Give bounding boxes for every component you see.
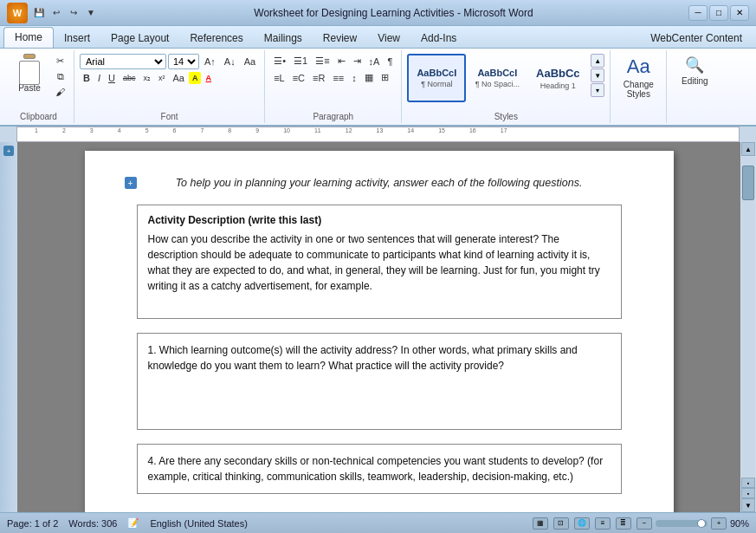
customize-qa-btn[interactable]: ▼ <box>83 5 99 21</box>
page-info: Page: 1 of 2 <box>7 518 58 529</box>
scroll-down-small[interactable]: ▪ <box>741 478 755 488</box>
language[interactable]: English (United States) <box>150 518 248 529</box>
justify-btn[interactable]: ≡≡ <box>329 71 347 85</box>
editing-label: Editing <box>682 76 708 86</box>
font-row-2: B I U abc x₂ x² Aa A A <box>80 71 215 85</box>
content-box-2: 1. Which learning outcome(s) will the ac… <box>137 333 622 430</box>
scroll-down-btn[interactable]: ▼ <box>741 498 755 512</box>
align-right-btn[interactable]: ≡R <box>309 71 328 85</box>
tab-insert[interactable]: Insert <box>54 29 100 48</box>
spell-check-icon[interactable]: 📝 <box>127 517 139 529</box>
cut-button[interactable]: ✂ <box>52 54 68 68</box>
maximize-btn[interactable]: □ <box>709 5 728 21</box>
font-name-select[interactable]: Arial <box>80 54 166 69</box>
italic-btn[interactable]: I <box>94 71 104 85</box>
sidebar-marker[interactable]: + <box>3 146 14 156</box>
zoom-out-btn[interactable]: − <box>636 517 652 530</box>
grow-font-btn[interactable]: A↑ <box>201 55 219 68</box>
box-2-content[interactable]: 1. Which learning outcome(s) will the ac… <box>148 342 611 420</box>
paste-button[interactable]: Paste <box>9 54 50 94</box>
border-btn[interactable]: ⊞ <box>378 70 392 85</box>
document-page: + To help you in planning your learning … <box>85 151 674 512</box>
style-nospace-preview: AaBbCcI <box>477 68 517 78</box>
copy-button[interactable]: ⧉ <box>52 69 68 84</box>
tab-home[interactable]: Home <box>3 27 54 48</box>
align-center-btn[interactable]: ≡C <box>289 71 308 85</box>
draft-view-btn[interactable]: ≣ <box>616 517 631 530</box>
line-spacing-btn[interactable]: ↕ <box>348 71 360 85</box>
style-scroll-btns: ▲ ▼ ▾ <box>591 54 604 97</box>
editing-button[interactable]: 🔍 Editing <box>672 54 717 88</box>
add-content-btn[interactable]: + <box>125 177 137 189</box>
font-row-1: Arial 14 A↑ A↓ Aa <box>80 54 259 69</box>
ribbon-group-paragraph: ☰• ☰1 ☰≡ ⇤ ⇥ ↕A ¶ ≡L ≡C ≡R ≡≡ ↕ ▦ ⊞ Para… <box>265 50 402 123</box>
paragraph-label: Paragraph <box>313 110 353 121</box>
zoom-area: − + 90% <box>636 517 749 530</box>
tab-references[interactable]: References <box>179 29 253 48</box>
scroll-up-btn[interactable]: ▲ <box>741 142 755 156</box>
ruler-area: 123 456 789 101112 131415 1617 <box>0 127 756 142</box>
font-color-btn[interactable]: A <box>202 72 215 84</box>
style-scroll-up[interactable]: ▲ <box>591 54 604 68</box>
tab-mailings[interactable]: Mailings <box>254 29 313 48</box>
editing-icon: 🔍 <box>685 55 704 75</box>
full-screen-btn[interactable]: ⊡ <box>553 517 569 530</box>
number-list-btn[interactable]: ☰1 <box>290 54 311 68</box>
styles-label: Styles <box>494 110 518 121</box>
subscript-btn[interactable]: x₂ <box>139 72 154 84</box>
multilevel-list-btn[interactable]: ☰≡ <box>312 54 333 68</box>
tab-webcenter[interactable]: WebCenter Content <box>640 29 753 48</box>
scroll-track[interactable] <box>741 157 755 477</box>
web-view-btn[interactable]: 🌐 <box>574 517 590 530</box>
style-scroll-down[interactable]: ▼ <box>591 68 604 82</box>
undo-btn[interactable]: ↩ <box>48 5 64 21</box>
redo-btn[interactable]: ↪ <box>66 5 81 21</box>
sort-btn[interactable]: ↕A <box>365 55 384 68</box>
close-btn[interactable]: ✕ <box>730 5 749 21</box>
change-styles-button[interactable]: Aa ChangeStyles <box>616 54 661 101</box>
zoom-slider[interactable] <box>656 520 708 527</box>
box-1-title: Activity Description (write this last) <box>148 214 611 226</box>
clear-format-btn[interactable]: Aa <box>241 55 259 68</box>
ribbon-tabs: Home Insert Page Layout References Maili… <box>0 26 756 49</box>
style-more-btn[interactable]: ▾ <box>591 83 604 97</box>
minimize-btn[interactable]: ─ <box>688 5 708 21</box>
bullet-list-btn[interactable]: ☰• <box>270 54 289 68</box>
underline-btn[interactable]: U <box>105 71 119 85</box>
scroll-thumb[interactable] <box>742 166 754 200</box>
scroll-down-small2[interactable]: ▪ <box>741 488 755 498</box>
outline-view-btn[interactable]: ≡ <box>595 517 611 530</box>
align-left-btn[interactable]: ≡L <box>270 71 288 85</box>
case-btn[interactable]: Aa <box>169 71 187 85</box>
page-area[interactable]: + To help you in planning your learning … <box>17 142 740 512</box>
shading-btn[interactable]: ▦ <box>361 70 377 85</box>
style-boxes: AaBbCcI ¶ Normal AaBbCcI ¶ No Spaci... A… <box>407 54 587 102</box>
save-btn[interactable]: 💾 <box>31 5 47 21</box>
highlight-btn[interactable]: A <box>189 72 202 84</box>
content-box-1: Activity Description (write this last) H… <box>137 205 622 319</box>
tab-view[interactable]: View <box>367 29 410 48</box>
tab-review[interactable]: Review <box>313 29 367 48</box>
box-3-content[interactable]: 4. Are there any secondary skills or non… <box>148 453 611 484</box>
style-heading1[interactable]: AaBbCc Heading 1 <box>528 54 587 102</box>
tab-add-ins[interactable]: Add-Ins <box>410 29 467 48</box>
zoom-in-btn[interactable]: + <box>711 517 727 530</box>
ribbon-group-font: Arial 14 A↑ A↓ Aa B I U abc x₂ x² Aa A A <box>74 50 265 123</box>
shrink-font-btn[interactable]: A↓ <box>221 55 239 68</box>
show-para-btn[interactable]: ¶ <box>384 55 396 68</box>
format-painter-button[interactable]: 🖌 <box>52 85 68 99</box>
font-size-select[interactable]: 14 <box>168 54 199 69</box>
increase-indent-btn[interactable]: ⇥ <box>350 54 365 68</box>
zoom-level: 90% <box>730 518 749 529</box>
ribbon-group-editing: 🔍 Editing <box>667 50 722 123</box>
tab-page-layout[interactable]: Page Layout <box>100 29 179 48</box>
print-view-btn[interactable]: ▦ <box>533 517 548 530</box>
strikethrough-btn[interactable]: abc <box>120 72 139 84</box>
box-1-content[interactable]: How can you describe the activity in one… <box>148 231 611 309</box>
window-controls: ─ □ ✕ <box>688 5 749 21</box>
bold-btn[interactable]: B <box>80 71 94 85</box>
decrease-indent-btn[interactable]: ⇤ <box>334 54 349 68</box>
style-normal[interactable]: AaBbCcI ¶ Normal <box>407 54 466 102</box>
style-no-spacing[interactable]: AaBbCcI ¶ No Spaci... <box>468 54 527 102</box>
superscript-btn[interactable]: x² <box>155 72 169 84</box>
